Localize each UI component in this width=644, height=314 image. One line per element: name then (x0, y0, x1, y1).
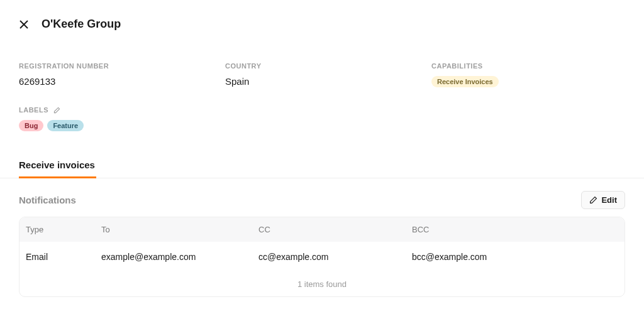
field-registration: REGISTRATION NUMBER 6269133 (19, 62, 213, 87)
notifications-title: Notifications (19, 195, 76, 205)
cell-to: example@example.com (101, 252, 258, 262)
header-type: Type (26, 225, 101, 234)
close-button[interactable] (19, 19, 29, 30)
table-row: Email example@example.com cc@example.com… (19, 242, 625, 272)
notifications-table: Type To CC BCC Email example@example.com… (19, 217, 625, 297)
country-value: Spain (225, 76, 419, 87)
cell-cc: cc@example.com (258, 252, 412, 262)
header-cc: CC (258, 225, 412, 234)
labels-label: LABELS (19, 106, 48, 114)
cell-type: Email (26, 252, 101, 262)
label-badge-feature: Feature (47, 120, 84, 131)
pencil-icon (53, 107, 60, 114)
edit-button-label: Edit (601, 195, 617, 205)
edit-notifications-button[interactable]: Edit (581, 191, 625, 209)
registration-value: 6269133 (19, 76, 213, 87)
pencil-icon (589, 196, 597, 204)
registration-label: REGISTRATION NUMBER (19, 62, 213, 70)
field-capabilities: CAPABILITIES Receive Invoices (431, 62, 625, 87)
table-header-row: Type To CC BCC (19, 217, 625, 242)
capability-badge: Receive Invoices (431, 76, 499, 87)
edit-labels-button[interactable] (53, 107, 60, 114)
table-footer: 1 items found (19, 272, 625, 296)
header-bcc: BCC (412, 225, 618, 234)
header-to: To (101, 225, 258, 234)
field-country: COUNTRY Spain (225, 62, 419, 87)
page-title: O'Keefe Group (42, 18, 121, 31)
country-label: COUNTRY (225, 62, 419, 70)
capabilities-label: CAPABILITIES (431, 62, 625, 70)
close-icon (19, 19, 29, 30)
tab-receive-invoices[interactable]: Receive invoices (19, 160, 95, 178)
label-badge-bug: Bug (19, 120, 43, 131)
cell-bcc: bcc@example.com (412, 252, 618, 262)
